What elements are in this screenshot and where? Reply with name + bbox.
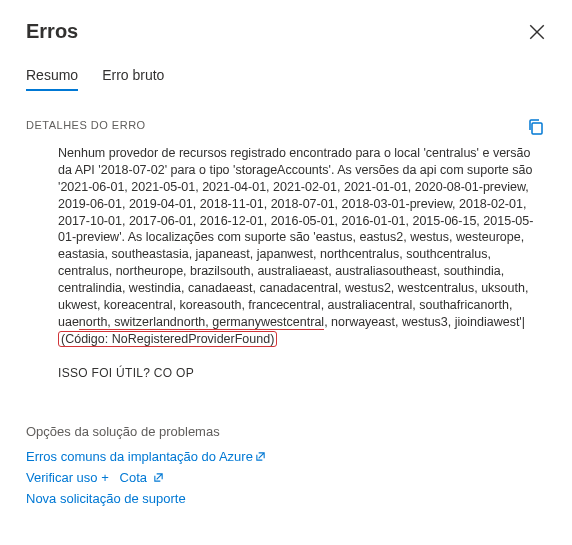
error-message-mid: , norwayeast, westus3, jioindiawest'| bbox=[324, 315, 525, 329]
helpful-prompt: ISSO FOI ÚTIL? CO OP bbox=[26, 366, 546, 380]
page-title: Erros bbox=[26, 20, 78, 43]
troubleshoot-heading: Opções da solução de problemas bbox=[26, 424, 546, 439]
link-check-usage[interactable]: Verificar uso + bbox=[26, 470, 109, 485]
error-message-body: Nenhum provedor de recursos registrado e… bbox=[58, 146, 533, 329]
link-common-deployment-errors[interactable]: Erros comuns da implantação do Azure bbox=[26, 449, 266, 464]
error-details-label: DETALHES DO ERRO bbox=[26, 119, 146, 131]
close-icon[interactable] bbox=[528, 23, 546, 41]
error-highlight-locations: north, switzerlandnorth, germanywestcent… bbox=[79, 315, 324, 330]
copy-icon[interactable] bbox=[526, 117, 546, 137]
troubleshoot-section: Opções da solução de problemas Erros com… bbox=[26, 424, 546, 512]
external-link-icon bbox=[255, 451, 266, 462]
tab-summary[interactable]: Resumo bbox=[26, 67, 78, 91]
error-highlight-code: (Código: NoRegisteredProviderFound) bbox=[58, 331, 277, 347]
link-new-support-request[interactable]: Nova solicitação de suporte bbox=[26, 491, 186, 506]
tabs: Resumo Erro bruto bbox=[26, 67, 546, 91]
svg-rect-2 bbox=[532, 123, 542, 134]
link-quota[interactable]: Cota bbox=[120, 470, 164, 485]
tab-raw-error[interactable]: Erro bruto bbox=[102, 67, 164, 91]
external-link-icon bbox=[153, 472, 164, 483]
error-message: Nenhum provedor de recursos registrado e… bbox=[26, 145, 546, 348]
